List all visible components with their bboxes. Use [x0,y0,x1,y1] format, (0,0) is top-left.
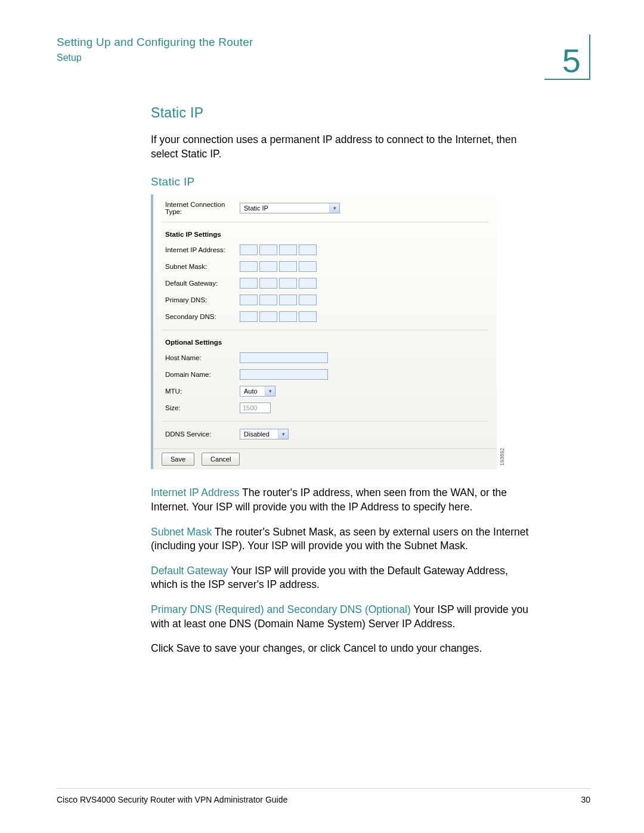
section-static-ip-settings: Static IP Settings [153,222,497,241]
heading-static-ip: Static IP [151,105,532,121]
term-internet-ip: Internet IP Address [151,487,240,498]
label-default-gateway: Default Gateway: [165,280,240,287]
label-subnet-mask: Subnet Mask: [165,263,240,270]
ddns-value: Disabled [240,431,273,438]
conn-type-select[interactable]: Static IP ▾ [240,203,340,213]
save-button[interactable]: Save [162,453,194,466]
host-name-input[interactable] [240,352,328,363]
label-host-name: Host Name: [165,354,240,361]
subnet-mask-input[interactable] [240,261,317,272]
intro-paragraph: If your connection uses a permanent IP a… [151,133,532,161]
term-dns: Primary DNS (Required) and Secondary DNS… [151,603,411,615]
label-domain-name: Domain Name: [165,371,240,378]
default-gateway-input[interactable] [240,278,317,289]
section-optional-settings: Optional Settings [153,330,497,349]
def-default-gateway: Default Gateway Your ISP will provide yo… [151,564,532,592]
term-default-gateway: Default Gateway [151,565,228,577]
settings-screenshot: Internet Connection Type: Static IP ▾ St… [151,194,497,469]
closing-paragraph: Click Save to save your changes, or clic… [151,642,532,656]
domain-name-input[interactable] [240,369,328,380]
chapter-number-box: 5 [544,35,590,80]
cancel-button[interactable]: Cancel [202,453,240,466]
label-mtu: MTU: [165,388,240,395]
mtu-select[interactable]: Auto ▾ [240,386,275,397]
mtu-value: Auto [240,388,261,395]
ddns-select[interactable]: Disabled ▾ [240,429,289,439]
chevron-down-icon: ▾ [265,386,275,396]
label-primary-dns: Primary DNS: [165,296,240,304]
chapter-title: Setting Up and Configuring the Router [57,36,253,49]
label-internet-ip: Internet IP Address: [165,246,240,253]
primary-dns-input[interactable] [240,295,317,305]
label-ddns: DDNS Service: [165,431,240,438]
def-subnet-mask: Subnet Mask The router's Subnet Mask, as… [151,525,532,553]
secondary-dns-input[interactable] [240,311,317,322]
size-input: 1500 [240,402,271,413]
label-secondary-dns: Secondary DNS: [165,313,240,320]
label-size: Size: [165,404,240,411]
figure-reference: 193892 [499,448,505,466]
content-area: Static IP If your connection uses a perm… [151,105,532,656]
page-header: Setting Up and Configuring the Router Se… [57,35,590,80]
def-dns: Primary DNS (Required) and Secondary DNS… [151,603,532,631]
chevron-down-icon: ▾ [329,203,339,213]
def-internet-ip: Internet IP Address The router's IP addr… [151,486,532,514]
chapter-number: 5 [562,44,581,78]
footer-page-number: 30 [581,795,590,804]
chevron-down-icon: ▾ [278,429,288,439]
conn-type-label: Internet Connection Type: [165,201,240,215]
page-footer: Cisco RVS4000 Security Router with VPN A… [57,788,590,804]
term-subnet-mask: Subnet Mask [151,526,212,538]
subheading-static-ip: Static IP [151,175,532,188]
footer-guide-name: Cisco RVS4000 Security Router with VPN A… [57,795,287,804]
conn-type-value: Static IP [240,205,272,212]
internet-ip-input[interactable] [240,244,317,255]
section-label: Setup [57,52,253,63]
